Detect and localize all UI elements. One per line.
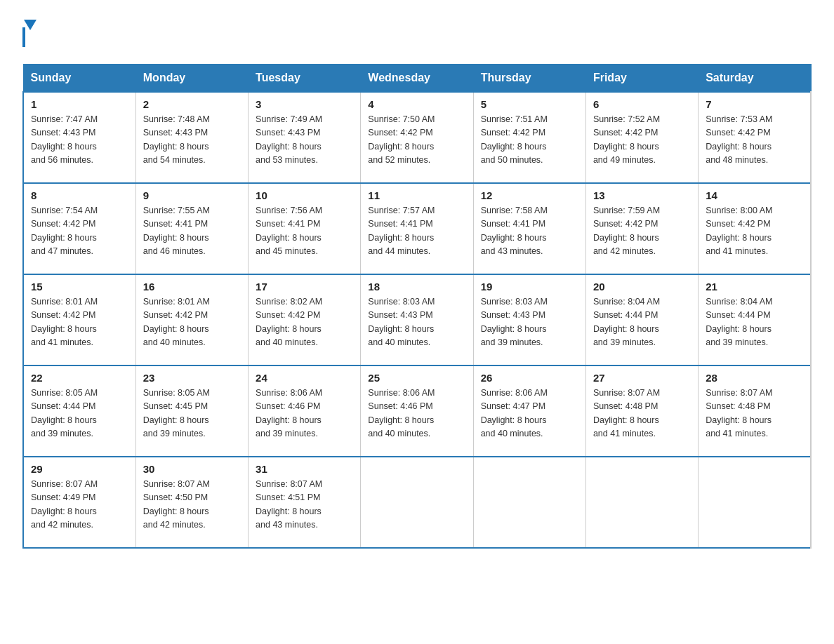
day-number: 9	[143, 189, 241, 201]
logo-blue-line	[22, 27, 25, 47]
calendar-cell: 18 Sunrise: 8:03 AM Sunset: 4:43 PM Dayl…	[361, 274, 473, 365]
day-number: 5	[481, 98, 578, 110]
day-info: Sunrise: 7:47 AM Sunset: 4:43 PM Dayligh…	[31, 114, 98, 165]
day-number: 21	[706, 281, 803, 293]
calendar-cell: 9 Sunrise: 7:55 AM Sunset: 4:41 PM Dayli…	[135, 183, 248, 274]
calendar-cell	[361, 457, 473, 548]
calendar-cell: 20 Sunrise: 8:04 AM Sunset: 4:44 PM Dayl…	[585, 274, 698, 365]
day-number: 31	[256, 463, 353, 475]
calendar-cell: 2 Sunrise: 7:48 AM Sunset: 4:43 PM Dayli…	[135, 92, 248, 183]
calendar-cell: 27 Sunrise: 8:07 AM Sunset: 4:48 PM Dayl…	[585, 365, 698, 457]
day-info: Sunrise: 8:07 AM Sunset: 4:48 PM Dayligh…	[706, 388, 772, 438]
day-info: Sunrise: 8:05 AM Sunset: 4:45 PM Dayligh…	[143, 388, 210, 438]
day-info: Sunrise: 8:03 AM Sunset: 4:43 PM Dayligh…	[368, 297, 435, 347]
calendar-cell: 17 Sunrise: 8:02 AM Sunset: 4:42 PM Dayl…	[249, 274, 361, 365]
day-number: 18	[368, 281, 465, 293]
day-number: 1	[31, 98, 128, 110]
day-number: 30	[143, 463, 241, 475]
day-info: Sunrise: 7:55 AM Sunset: 4:41 PM Dayligh…	[143, 206, 210, 256]
day-number: 27	[593, 372, 691, 384]
calendar-week-row: 29 Sunrise: 8:07 AM Sunset: 4:49 PM Dayl…	[23, 457, 811, 548]
calendar-cell: 5 Sunrise: 7:51 AM Sunset: 4:42 PM Dayli…	[473, 92, 585, 183]
col-header-tuesday: Tuesday	[249, 65, 361, 93]
day-number: 6	[593, 98, 691, 110]
logo	[22, 17, 38, 47]
day-info: Sunrise: 7:56 AM Sunset: 4:41 PM Dayligh…	[256, 206, 322, 256]
day-info: Sunrise: 8:04 AM Sunset: 4:44 PM Dayligh…	[706, 297, 772, 347]
day-info: Sunrise: 7:48 AM Sunset: 4:43 PM Dayligh…	[143, 114, 210, 165]
calendar-cell: 8 Sunrise: 7:54 AM Sunset: 4:42 PM Dayli…	[23, 183, 135, 274]
day-info: Sunrise: 8:05 AM Sunset: 4:44 PM Dayligh…	[31, 388, 98, 438]
day-number: 17	[256, 281, 353, 293]
day-info: Sunrise: 8:01 AM Sunset: 4:42 PM Dayligh…	[143, 297, 210, 347]
calendar-cell: 26 Sunrise: 8:06 AM Sunset: 4:47 PM Dayl…	[473, 365, 585, 457]
calendar-cell: 16 Sunrise: 8:01 AM Sunset: 4:42 PM Dayl…	[135, 274, 248, 365]
calendar-cell: 3 Sunrise: 7:49 AM Sunset: 4:43 PM Dayli…	[249, 92, 361, 183]
calendar-week-row: 1 Sunrise: 7:47 AM Sunset: 4:43 PM Dayli…	[23, 92, 811, 183]
calendar-cell: 21 Sunrise: 8:04 AM Sunset: 4:44 PM Dayl…	[699, 274, 811, 365]
calendar-cell: 11 Sunrise: 7:57 AM Sunset: 4:41 PM Dayl…	[361, 183, 473, 274]
col-header-saturday: Saturday	[699, 65, 811, 93]
day-number: 29	[31, 463, 128, 475]
calendar-cell: 29 Sunrise: 8:07 AM Sunset: 4:49 PM Dayl…	[23, 457, 135, 548]
calendar-week-row: 15 Sunrise: 8:01 AM Sunset: 4:42 PM Dayl…	[23, 274, 811, 365]
day-info: Sunrise: 8:06 AM Sunset: 4:46 PM Dayligh…	[256, 388, 322, 438]
calendar-cell: 12 Sunrise: 7:58 AM Sunset: 4:41 PM Dayl…	[473, 183, 585, 274]
calendar-cell	[473, 457, 585, 548]
page-header	[22, 17, 812, 47]
day-info: Sunrise: 7:49 AM Sunset: 4:43 PM Dayligh…	[256, 114, 322, 165]
calendar-cell: 28 Sunrise: 8:07 AM Sunset: 4:48 PM Dayl…	[699, 365, 811, 457]
day-number: 14	[706, 189, 803, 201]
logo-blue-text	[22, 27, 28, 47]
calendar-cell: 22 Sunrise: 8:05 AM Sunset: 4:44 PM Dayl…	[23, 365, 135, 457]
calendar-cell: 25 Sunrise: 8:06 AM Sunset: 4:46 PM Dayl…	[361, 365, 473, 457]
calendar-cell: 23 Sunrise: 8:05 AM Sunset: 4:45 PM Dayl…	[135, 365, 248, 457]
calendar-week-row: 8 Sunrise: 7:54 AM Sunset: 4:42 PM Dayli…	[23, 183, 811, 274]
calendar-cell: 15 Sunrise: 8:01 AM Sunset: 4:42 PM Dayl…	[23, 274, 135, 365]
day-number: 24	[256, 372, 353, 384]
day-number: 2	[143, 98, 241, 110]
calendar-cell: 24 Sunrise: 8:06 AM Sunset: 4:46 PM Dayl…	[249, 365, 361, 457]
day-number: 3	[256, 98, 353, 110]
calendar-cell: 1 Sunrise: 7:47 AM Sunset: 4:43 PM Dayli…	[23, 92, 135, 183]
day-info: Sunrise: 8:04 AM Sunset: 4:44 PM Dayligh…	[593, 297, 660, 347]
day-number: 4	[368, 98, 465, 110]
day-number: 25	[368, 372, 465, 384]
day-number: 7	[706, 98, 803, 110]
day-info: Sunrise: 7:54 AM Sunset: 4:42 PM Dayligh…	[31, 206, 98, 256]
day-number: 11	[368, 189, 465, 201]
day-number: 10	[256, 189, 353, 201]
calendar-cell: 13 Sunrise: 7:59 AM Sunset: 4:42 PM Dayl…	[585, 183, 698, 274]
day-number: 12	[481, 189, 578, 201]
calendar-cell: 30 Sunrise: 8:07 AM Sunset: 4:50 PM Dayl…	[135, 457, 248, 548]
day-number: 15	[31, 281, 128, 293]
calendar-cell: 19 Sunrise: 8:03 AM Sunset: 4:43 PM Dayl…	[473, 274, 585, 365]
calendar-cell: 4 Sunrise: 7:50 AM Sunset: 4:42 PM Dayli…	[361, 92, 473, 183]
day-info: Sunrise: 8:03 AM Sunset: 4:43 PM Dayligh…	[481, 297, 548, 347]
calendar-cell: 31 Sunrise: 8:07 AM Sunset: 4:51 PM Dayl…	[249, 457, 361, 548]
day-number: 8	[31, 189, 128, 201]
calendar-cell	[585, 457, 698, 548]
day-info: Sunrise: 8:01 AM Sunset: 4:42 PM Dayligh…	[31, 297, 98, 347]
day-info: Sunrise: 8:07 AM Sunset: 4:49 PM Dayligh…	[31, 479, 98, 530]
calendar-cell: 6 Sunrise: 7:52 AM Sunset: 4:42 PM Dayli…	[585, 92, 698, 183]
day-info: Sunrise: 8:07 AM Sunset: 4:48 PM Dayligh…	[593, 388, 660, 438]
day-info: Sunrise: 7:58 AM Sunset: 4:41 PM Dayligh…	[481, 206, 548, 256]
calendar-week-row: 22 Sunrise: 8:05 AM Sunset: 4:44 PM Dayl…	[23, 365, 811, 457]
day-number: 28	[706, 372, 803, 384]
col-header-monday: Monday	[135, 65, 248, 93]
day-info: Sunrise: 8:06 AM Sunset: 4:46 PM Dayligh…	[368, 388, 435, 438]
day-info: Sunrise: 7:53 AM Sunset: 4:42 PM Dayligh…	[706, 114, 772, 165]
day-number: 13	[593, 189, 691, 201]
day-number: 22	[31, 372, 128, 384]
col-header-thursday: Thursday	[473, 65, 585, 93]
day-number: 26	[481, 372, 578, 384]
calendar-cell: 14 Sunrise: 8:00 AM Sunset: 4:42 PM Dayl…	[699, 183, 811, 274]
day-number: 20	[593, 281, 691, 293]
day-info: Sunrise: 7:52 AM Sunset: 4:42 PM Dayligh…	[593, 114, 660, 165]
day-number: 19	[481, 281, 578, 293]
col-header-friday: Friday	[585, 65, 698, 93]
day-info: Sunrise: 8:02 AM Sunset: 4:42 PM Dayligh…	[256, 297, 322, 347]
day-info: Sunrise: 7:57 AM Sunset: 4:41 PM Dayligh…	[368, 206, 435, 256]
day-info: Sunrise: 8:06 AM Sunset: 4:47 PM Dayligh…	[481, 388, 548, 438]
